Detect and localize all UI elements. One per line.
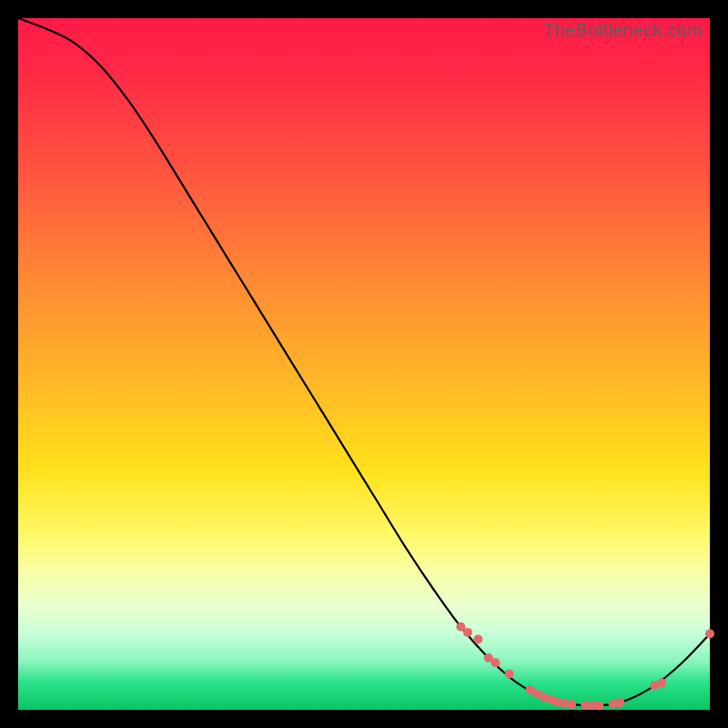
curve-line xyxy=(18,18,710,706)
marker-dot xyxy=(657,678,666,687)
chart-svg xyxy=(18,18,710,710)
marker-dot xyxy=(594,701,603,710)
marker-dot xyxy=(505,669,514,678)
marker-dot xyxy=(705,629,714,638)
marker-group xyxy=(456,622,714,711)
marker-dot xyxy=(490,658,500,667)
plot-area: TheBottleneck.com xyxy=(18,18,710,710)
marker-dot xyxy=(463,628,472,637)
marker-dot xyxy=(473,634,482,643)
marker-dot xyxy=(615,698,624,707)
marker-dot xyxy=(567,700,576,709)
chart-frame: TheBottleneck.com xyxy=(0,0,728,728)
